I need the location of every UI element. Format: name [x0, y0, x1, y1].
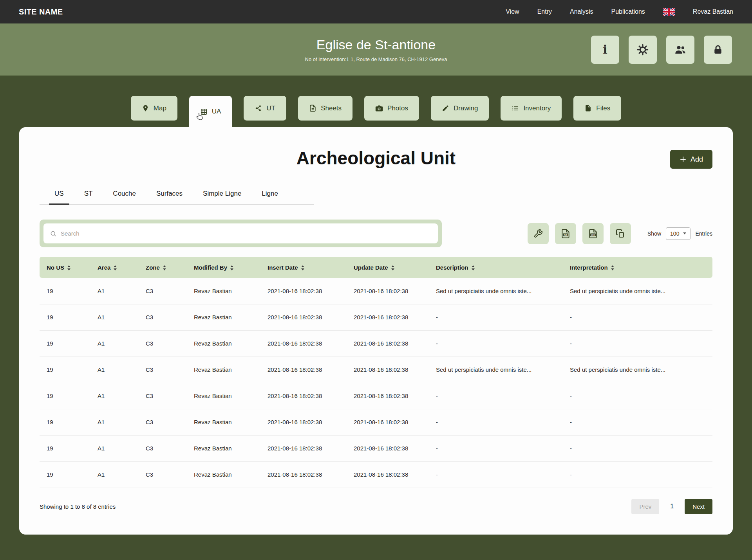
table-header-row: No USAreaZoneModified ByInsert DateUpdat… [40, 257, 712, 278]
export-csv-button[interactable]: CSV [582, 223, 604, 244]
table-row[interactable]: 19A1C3Revaz Bastian2021-08-16 18:02:3820… [40, 278, 712, 304]
prev-button[interactable]: Prev [631, 499, 659, 514]
tab-sheets[interactable]: Sheets [298, 96, 352, 121]
table-cell: A1 [90, 304, 139, 330]
table-cell: - [429, 330, 563, 357]
settings-button[interactable] [629, 36, 657, 64]
table-row[interactable]: 19A1C3Revaz Bastian2021-08-16 18:02:3820… [40, 357, 712, 383]
lock-button[interactable] [704, 36, 732, 64]
header-actions: i [591, 36, 732, 64]
entries-select-value: 100 [670, 230, 679, 237]
content-card: Archeological Unit Add US ST Couche Surf… [19, 127, 733, 535]
entries-select[interactable]: 100 [666, 227, 691, 240]
column-header[interactable]: Insert Date [260, 257, 347, 278]
table-cell: C3 [139, 409, 187, 435]
table-cell: - [563, 461, 712, 488]
gear-icon [636, 43, 649, 56]
table-row[interactable]: 19A1C3Revaz Bastian2021-08-16 18:02:3820… [40, 461, 712, 488]
column-header[interactable]: Update Date [347, 257, 429, 278]
table-cell: Revaz Bastian [187, 461, 260, 488]
tab-map[interactable]: Map [131, 96, 177, 121]
tab-inventory[interactable]: Inventory [501, 96, 562, 121]
column-header[interactable]: No US [40, 257, 90, 278]
search-input[interactable] [43, 223, 438, 243]
sort-icon[interactable] [230, 265, 233, 270]
tab-label: Sheets [321, 104, 342, 112]
info-button[interactable]: i [591, 36, 619, 64]
add-button[interactable]: Add [670, 150, 712, 169]
tab-label: Photos [387, 104, 408, 112]
table-row[interactable]: 19A1C3Revaz Bastian2021-08-16 18:02:3820… [40, 409, 712, 435]
pagination: Prev 1 Next [631, 499, 712, 514]
copy-button[interactable] [610, 223, 631, 244]
table-cell: Revaz Bastian [187, 330, 260, 357]
table-cell: A1 [90, 357, 139, 383]
users-icon [674, 43, 687, 56]
tab-drawing[interactable]: Drawing [431, 96, 489, 121]
table-cell: A1 [90, 409, 139, 435]
table-cell: 2021-08-16 18:02:38 [347, 409, 429, 435]
column-header-label: No US [47, 264, 64, 271]
sort-icon[interactable] [472, 265, 475, 270]
sort-icon[interactable] [391, 265, 394, 270]
table-row[interactable]: 19A1C3Revaz Bastian2021-08-16 18:02:3820… [40, 330, 712, 357]
column-header[interactable]: Area [90, 257, 139, 278]
site-header: Eglise de St-antione No of intervention:… [0, 23, 752, 76]
table-cell: 2021-08-16 18:02:38 [260, 330, 347, 357]
subtab-surfaces[interactable]: Surfaces [151, 190, 188, 205]
table-cell: Revaz Bastian [187, 435, 260, 461]
plus-icon [680, 156, 687, 163]
sort-icon[interactable] [163, 265, 166, 270]
nav-entry[interactable]: Entry [537, 8, 552, 15]
table-cell: C3 [139, 461, 187, 488]
subtab-st[interactable]: ST [79, 190, 98, 205]
subtab-couche[interactable]: Couche [107, 190, 141, 205]
subtab-us[interactable]: US [49, 190, 69, 205]
table-cell: Revaz Bastian [187, 357, 260, 383]
table-cell: 2021-08-16 18:02:38 [260, 461, 347, 488]
nav-analysis[interactable]: Analysis [570, 8, 593, 15]
table-row[interactable]: 19A1C3Revaz Bastian2021-08-16 18:02:3820… [40, 304, 712, 330]
subtab-simple-ligne[interactable]: Simple Ligne [197, 190, 247, 205]
top-nav: View Entry Analysis Publications Revaz B… [506, 8, 733, 16]
table-row[interactable]: 19A1C3Revaz Bastian2021-08-16 18:02:3820… [40, 435, 712, 461]
table-cell: C3 [139, 357, 187, 383]
table-cell: 19 [40, 357, 90, 383]
column-header[interactable]: Interpretation [563, 257, 712, 278]
column-header[interactable]: Description [429, 257, 563, 278]
table-cell: 2021-08-16 18:02:38 [347, 357, 429, 383]
table-cell: 2021-08-16 18:02:38 [260, 435, 347, 461]
column-header[interactable]: Zone [139, 257, 187, 278]
table-cell: 19 [40, 278, 90, 304]
tab-ut[interactable]: UT [244, 96, 286, 121]
sort-icon[interactable] [611, 265, 614, 270]
site-title: Eglise de St-antione [305, 37, 447, 52]
nav-view[interactable]: View [506, 8, 519, 15]
table-cell: 2021-08-16 18:02:38 [347, 304, 429, 330]
list-icon [512, 104, 519, 112]
main-tabs: Map UA UT Sheets Photos [0, 76, 752, 127]
nav-publications[interactable]: Publications [611, 8, 645, 15]
subtab-ligne[interactable]: Ligne [256, 190, 284, 205]
tab-ua[interactable]: UA [189, 96, 232, 127]
table-cell: A1 [90, 461, 139, 488]
table-cell: 2021-08-16 18:02:38 [260, 304, 347, 330]
uk-flag-icon[interactable] [663, 8, 675, 16]
table-row[interactable]: 19A1C3Revaz Bastian2021-08-16 18:02:3820… [40, 383, 712, 409]
next-button[interactable]: Next [685, 499, 712, 514]
export-xls-button[interactable]: XLS [555, 223, 576, 244]
tab-label: UA [212, 108, 221, 115]
sort-icon[interactable] [114, 265, 117, 270]
sort-icon[interactable] [67, 265, 70, 270]
column-header[interactable]: Modified By [187, 257, 260, 278]
xls-label: XLS [564, 233, 568, 236]
tab-label: Drawing [454, 104, 478, 112]
tab-files[interactable]: Files [573, 96, 621, 121]
table-body: 19A1C3Revaz Bastian2021-08-16 18:02:3820… [40, 278, 712, 488]
tools-button[interactable] [528, 223, 549, 244]
nav-user[interactable]: Revaz Bastian [693, 8, 733, 15]
page-number[interactable]: 1 [670, 503, 674, 510]
tab-photos[interactable]: Photos [364, 96, 419, 121]
sort-icon[interactable] [301, 265, 304, 270]
users-button[interactable] [666, 36, 694, 64]
